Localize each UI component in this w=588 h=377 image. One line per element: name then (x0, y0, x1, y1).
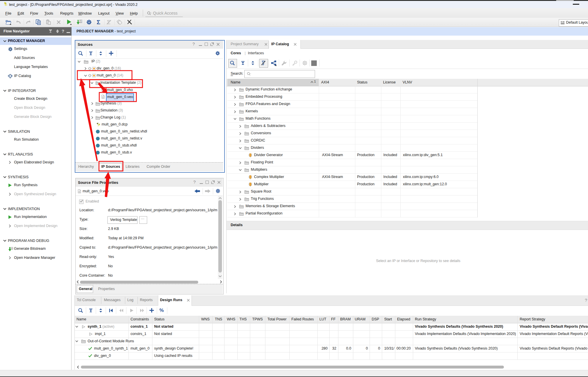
svg-text:10: 10 (80, 21, 82, 23)
